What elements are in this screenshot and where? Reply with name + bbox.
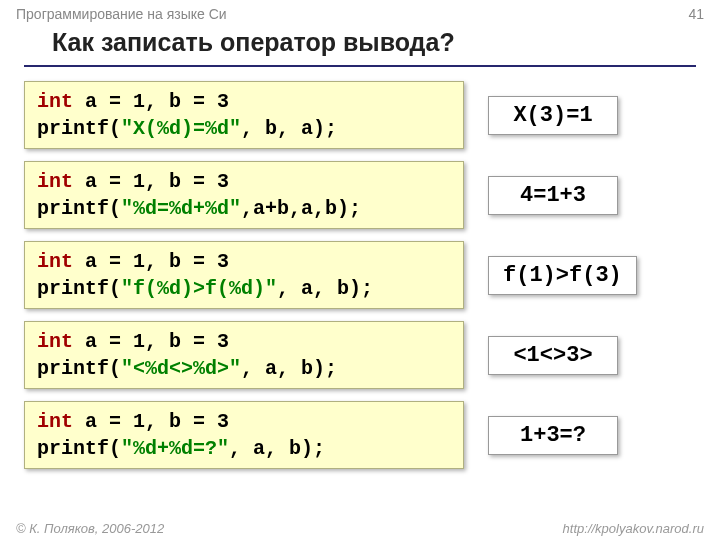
- keyword: int: [37, 170, 73, 193]
- slide-footer: © К. Поляков, 2006-2012 http://kpolyakov…: [0, 521, 720, 536]
- decl-rest: a = 1, b = 3: [73, 90, 229, 113]
- fmt-core: %d=%d+%d: [133, 197, 229, 220]
- args-tail: , a, b);: [229, 437, 325, 460]
- fmt-open: ": [121, 437, 133, 460]
- decl-rest: a = 1, b = 3: [73, 410, 229, 433]
- code-box: int a = 1, b = 3 printf("%d=%d+%d",a+b,a…: [24, 161, 464, 229]
- fmt-open: ": [121, 197, 133, 220]
- fmt-core: X(%d)=%d: [133, 117, 229, 140]
- code-box: int a = 1, b = 3 printf("%d+%d=?", a, b)…: [24, 401, 464, 469]
- fmt-close: ": [229, 197, 241, 220]
- fmt-close: ": [229, 117, 241, 140]
- args-tail: , a, b);: [241, 357, 337, 380]
- slide-header: Программирование на языке Си 41: [0, 0, 720, 24]
- fmt-close: ": [265, 277, 277, 300]
- output-box: <1<>3>: [488, 336, 618, 375]
- example-row: int a = 1, b = 3 printf("<%d<>%d>", a, b…: [24, 321, 696, 389]
- decl-rest: a = 1, b = 3: [73, 250, 229, 273]
- example-row: int a = 1, b = 3 printf("f(%d)>f(%d)", a…: [24, 241, 696, 309]
- fmt-open: ": [121, 277, 133, 300]
- fmt-core: f(%d)>f(%d): [133, 277, 265, 300]
- course-name: Программирование на языке Си: [16, 6, 227, 22]
- output-box: 4=1+3: [488, 176, 618, 215]
- printf-head: printf(: [37, 277, 121, 300]
- fmt-open: ": [121, 357, 133, 380]
- fmt-core: %d+%d=?: [133, 437, 217, 460]
- keyword: int: [37, 330, 73, 353]
- code-box: int a = 1, b = 3 printf("X(%d)=%d", b, a…: [24, 81, 464, 149]
- copyright: © К. Поляков, 2006-2012: [16, 521, 164, 536]
- decl-rest: a = 1, b = 3: [73, 330, 229, 353]
- slide-title: Как записать оператор вывода?: [24, 24, 696, 67]
- args-tail: ,a+b,a,b);: [241, 197, 361, 220]
- fmt-open: ": [121, 117, 133, 140]
- code-box: int a = 1, b = 3 printf("<%d<>%d>", a, b…: [24, 321, 464, 389]
- output-box: X(3)=1: [488, 96, 618, 135]
- fmt-close: ": [229, 357, 241, 380]
- args-tail: , b, a);: [241, 117, 337, 140]
- example-row: int a = 1, b = 3 printf("%d=%d+%d",a+b,a…: [24, 161, 696, 229]
- printf-head: printf(: [37, 357, 121, 380]
- code-box: int a = 1, b = 3 printf("f(%d)>f(%d)", a…: [24, 241, 464, 309]
- printf-head: printf(: [37, 437, 121, 460]
- example-row: int a = 1, b = 3 printf("%d+%d=?", a, b)…: [24, 401, 696, 469]
- output-box: f(1)>f(3): [488, 256, 637, 295]
- fmt-core: <%d<>%d>: [133, 357, 229, 380]
- args-tail: , a, b);: [277, 277, 373, 300]
- keyword: int: [37, 90, 73, 113]
- keyword: int: [37, 410, 73, 433]
- page-number: 41: [688, 6, 704, 22]
- output-box: 1+3=?: [488, 416, 618, 455]
- decl-rest: a = 1, b = 3: [73, 170, 229, 193]
- examples-list: int a = 1, b = 3 printf("X(%d)=%d", b, a…: [0, 81, 720, 469]
- footer-url: http://kpolyakov.narod.ru: [563, 521, 704, 536]
- example-row: int a = 1, b = 3 printf("X(%d)=%d", b, a…: [24, 81, 696, 149]
- printf-head: printf(: [37, 117, 121, 140]
- fmt-close: ": [217, 437, 229, 460]
- printf-head: printf(: [37, 197, 121, 220]
- keyword: int: [37, 250, 73, 273]
